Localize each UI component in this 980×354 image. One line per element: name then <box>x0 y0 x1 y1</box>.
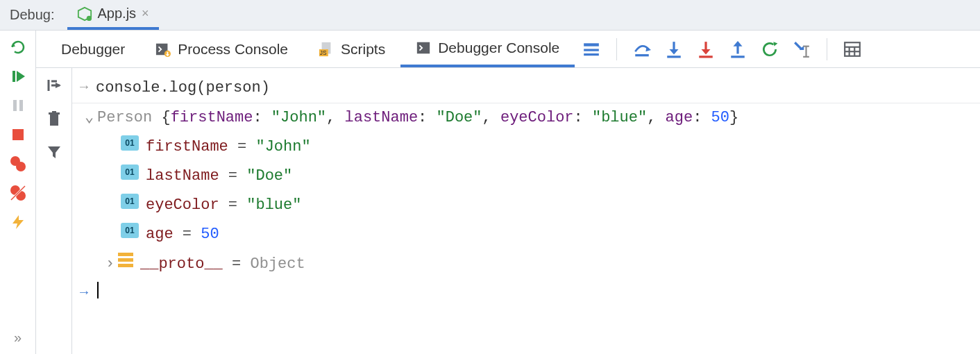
svg-rect-21 <box>417 42 430 53</box>
svg-marker-14 <box>12 215 24 229</box>
svg-marker-47 <box>56 83 61 88</box>
field-name: lastName <box>146 167 219 185</box>
field-badge-icon: 01 <box>121 194 139 209</box>
rerun-button[interactable] <box>8 39 28 56</box>
force-step-into-icon[interactable] <box>696 40 716 59</box>
summary-val: "blue" <box>592 109 647 126</box>
field-name: firstName <box>146 138 228 155</box>
summary-val: "Doe" <box>437 109 482 126</box>
field-badge-icon: 01 <box>121 135 139 151</box>
summary-key: lastName <box>344 109 418 126</box>
step-over-icon[interactable] <box>632 40 652 59</box>
console-command-row: → console.log(person) <box>72 74 980 103</box>
step-into-icon[interactable] <box>664 40 684 59</box>
resume-button[interactable] <box>8 68 28 85</box>
object-summary-row[interactable]: ⌄ Person {firstName: "John", lastName: "… <box>72 103 980 133</box>
text-caret <box>97 282 99 298</box>
tab-debugger-console[interactable]: Debugger Console <box>400 31 575 67</box>
debug-left-rail: » <box>0 31 36 354</box>
run-to-cursor-icon[interactable] <box>792 40 811 59</box>
svg-rect-5 <box>13 100 17 111</box>
summary-key: eyeColor <box>500 109 574 126</box>
svg-marker-25 <box>646 46 652 51</box>
summary-val: "John" <box>271 109 326 126</box>
chevron-right-icon[interactable]: › <box>105 253 118 276</box>
object-proto-row[interactable]: › __proto__ = Object <box>72 250 980 279</box>
debugger-console-output: → console.log(person) ⌄ Person {firstNam… <box>72 68 980 354</box>
object-field-row[interactable]: 01 age = 50 <box>72 220 980 249</box>
summary-val: 50 <box>711 109 729 126</box>
svg-rect-50 <box>52 111 56 112</box>
title-bar: Debug: App.js × <box>0 0 980 31</box>
svg-rect-41 <box>845 42 860 56</box>
file-tab-appjs[interactable]: App.js × <box>67 0 159 30</box>
console-gutter <box>36 68 72 354</box>
summary-key: firstName <box>171 109 253 126</box>
svg-marker-51 <box>48 146 60 158</box>
drop-frame-icon[interactable] <box>760 40 779 59</box>
svg-rect-48 <box>50 115 58 126</box>
tab-debugger-label: Debugger <box>61 41 125 58</box>
svg-rect-6 <box>19 100 23 111</box>
js-file-icon: JS <box>319 42 334 57</box>
svg-rect-3 <box>12 71 15 82</box>
show-frames-icon[interactable] <box>582 40 601 59</box>
clear-console-icon[interactable] <box>45 110 63 128</box>
console-command-text: console.log(person) <box>96 76 270 100</box>
field-value: "Doe" <box>246 167 292 185</box>
chevron-down-icon[interactable]: ⌄ <box>85 106 97 130</box>
stop-button[interactable] <box>8 126 28 143</box>
svg-marker-4 <box>17 71 25 82</box>
mute-breakpoints-button[interactable] <box>8 185 28 201</box>
svg-text:JS: JS <box>320 50 327 56</box>
step-out-icon[interactable] <box>728 40 747 59</box>
close-icon[interactable]: × <box>142 6 149 21</box>
terminal-icon <box>416 40 431 56</box>
summary-key: age <box>666 109 693 126</box>
debugger-tab-row: Debugger Process Console JS Scripts Debu… <box>36 31 980 68</box>
svg-marker-28 <box>670 49 679 55</box>
field-name: eyeColor <box>146 196 219 214</box>
pause-button[interactable] <box>8 97 28 114</box>
scroll-to-end-icon[interactable] <box>45 76 63 94</box>
svg-marker-34 <box>734 41 743 47</box>
evaluate-expression-icon[interactable] <box>843 40 862 59</box>
svg-marker-31 <box>702 49 711 55</box>
tab-process-console[interactable]: Process Console <box>140 31 303 67</box>
terminal-run-icon <box>155 42 171 57</box>
object-icon <box>118 253 133 268</box>
object-field-row[interactable]: 01 lastName = "Doe" <box>72 162 980 191</box>
field-value: "John" <box>255 138 310 155</box>
lightning-icon[interactable] <box>8 214 28 230</box>
object-field-row[interactable]: 01 eyeColor = "blue" <box>72 191 980 220</box>
prompt-arrow-icon: → <box>72 282 96 303</box>
tab-scripts-label: Scripts <box>341 41 385 58</box>
tab-scripts[interactable]: JS Scripts <box>303 31 400 67</box>
class-name: Person <box>97 109 152 126</box>
filter-icon[interactable] <box>45 143 63 161</box>
debug-label: Debug: <box>0 0 67 30</box>
svg-rect-49 <box>49 112 60 115</box>
field-value: 50 <box>201 226 219 243</box>
object-field-row[interactable]: 01 firstName = "John" <box>72 133 980 162</box>
nodejs-icon <box>77 6 92 22</box>
debug-toolbar <box>575 38 862 60</box>
tab-debugger-console-label: Debugger Console <box>438 40 559 56</box>
field-name: age <box>146 226 174 243</box>
field-badge-icon: 01 <box>121 223 139 238</box>
field-value: "blue" <box>246 196 301 214</box>
file-tab-label: App.js <box>98 6 137 22</box>
console-prompt-row[interactable]: → <box>72 279 980 306</box>
field-badge-icon: 01 <box>121 165 139 180</box>
svg-point-1 <box>86 15 91 20</box>
proto-name: __proto__ <box>140 255 223 273</box>
svg-point-9 <box>16 162 26 171</box>
view-breakpoints-button[interactable] <box>8 155 28 172</box>
separator <box>827 38 827 60</box>
svg-rect-7 <box>12 129 24 140</box>
tab-debugger[interactable]: Debugger <box>46 31 140 67</box>
separator <box>616 38 617 60</box>
tab-process-console-label: Process Console <box>178 41 288 58</box>
more-icon[interactable]: » <box>8 329 28 346</box>
prompt-arrow-icon: → <box>72 76 96 98</box>
